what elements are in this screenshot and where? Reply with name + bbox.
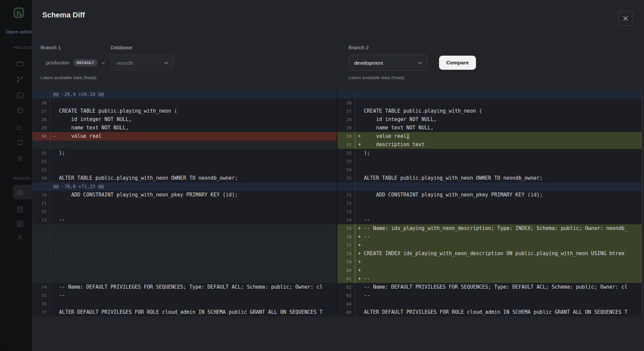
diff-row: @@ -26,9 +26,10 @@ — [33, 90, 337, 99]
diff-row: 32 ); — [337, 149, 642, 157]
diff-row — [337, 90, 642, 99]
diff-row: 26 — [337, 99, 642, 107]
diff-row: 27 CREATE TABLE public.playing_with_neon… — [337, 107, 642, 115]
tables-icon — [16, 220, 24, 228]
database-icon — [16, 206, 24, 214]
diff-row: 32 — [33, 157, 337, 166]
branches-icon — [16, 75, 24, 83]
diff-row: 85 ALTER DEFAULT PRIVILEGES FOR ROLE clo… — [337, 308, 642, 316]
branch1-label: Branch 1 — [41, 45, 61, 50]
diff-row — [33, 249, 337, 258]
page-title: Schema Diff — [42, 11, 85, 19]
diff-row: 75+ -- Name: idx_playing_with_neon_descr… — [337, 224, 642, 233]
sidebar-divider — [0, 36, 32, 36]
diff-row: 30+ value real, — [337, 132, 642, 140]
diff-row — [33, 275, 337, 283]
diff-row: 28 id integer NOT NULL, — [337, 115, 642, 124]
database-label: Database — [111, 45, 132, 50]
diff-row: 77 ALTER DEFAULT PRIVILEGES FOR ROLE clo… — [33, 308, 337, 316]
branch1-select[interactable]: production DEFAULT — [46, 55, 105, 70]
sidebar-item-roles[interactable] — [16, 233, 24, 241]
diff-row: 74 -- Name: DEFAULT PRIVILEGES FOR SEQUE… — [33, 283, 337, 291]
diff-row: 73 — [337, 208, 642, 216]
branch2-label: Branch 2 — [348, 45, 369, 50]
diff-row — [33, 241, 337, 249]
diff-row — [33, 258, 337, 266]
database-select[interactable]: neondb — [111, 55, 174, 71]
branch1-value: production — [46, 60, 69, 65]
diff-row: 34 — [337, 166, 642, 174]
open-admin-link[interactable]: Open admin — [6, 29, 32, 35]
close-icon — [622, 15, 629, 22]
sidebar-item-database[interactable] — [16, 206, 24, 214]
sidebar-item-settings[interactable] — [16, 154, 24, 162]
branch2-caption: Latest available data (head) — [348, 75, 405, 80]
compute-icon — [16, 189, 24, 197]
chevron-down-icon — [418, 60, 422, 66]
diff-row: 29 name text NOT NULL, — [337, 124, 642, 132]
default-badge: DEFAULT — [73, 59, 98, 66]
diff-row: 71 — [33, 199, 337, 208]
sidebar-section-branch: BRANCH — [13, 177, 31, 180]
diff-row — [33, 140, 337, 149]
diff-row: 74 -- — [337, 216, 642, 224]
diff-row: 26 — [33, 99, 337, 107]
diff-row: 82 -- Name: DEFAULT PRIVILEGES FOR SEQUE… — [337, 283, 642, 291]
diff-row: 28 id integer NOT NULL, — [33, 115, 337, 124]
diff-row: 84 — [337, 300, 642, 308]
diff-row: 81+ -- — [337, 275, 642, 283]
branch1-caption: Latest available data (head) — [41, 75, 97, 80]
diff-row: 70 ADD CONSTRAINT playing_with_neon_pkey… — [33, 191, 337, 199]
diff-row: 35 ALTER TABLE public.playing_with_neon … — [337, 174, 642, 182]
diff-row — [33, 233, 337, 241]
chevron-down-icon — [164, 60, 168, 66]
diff-pane-left[interactable]: @@ -26,9 +26,10 @@2627 CREATE TABLE publ… — [33, 90, 337, 316]
diff-pane-right[interactable]: 2627 CREATE TABLE public.playing_with_ne… — [337, 90, 642, 316]
sidebar-item-monitoring[interactable] — [16, 123, 24, 131]
diff-row: 75 -- — [33, 291, 337, 300]
diff-row: 27 CREATE TABLE public.playing_with_neon… — [33, 107, 337, 115]
branch2-select[interactable]: development — [348, 55, 428, 71]
diff-row: 33 — [33, 166, 337, 174]
diff-row: 31 ); — [33, 149, 337, 157]
diff-row: 80+ — [337, 266, 642, 275]
sidebar-section-project: PROJECT — [13, 46, 32, 50]
schema-diff-modal: Schema Diff Branch 1 Database Branch 2 p… — [32, 0, 644, 351]
monitoring-icon — [16, 123, 24, 131]
sidebar-item-compute[interactable] — [16, 189, 24, 197]
diff-row: 79+ — [337, 258, 642, 266]
sidebar-item-dashboard[interactable] — [16, 60, 24, 68]
roles-icon — [16, 233, 24, 241]
sidebar-item-branches[interactable] — [16, 75, 24, 83]
diff-row: 72 — [337, 199, 642, 208]
diff-row: 76+ -- — [337, 233, 642, 241]
sidebar: Open admin PROJECT BRANCH — [0, 0, 32, 351]
diff-row: 78+ CREATE INDEX idx_playing_with_neon_d… — [337, 249, 642, 258]
diff-row: 29 name text NOT NULL, — [33, 124, 337, 132]
diff-row: 76 — [33, 300, 337, 308]
diff-row: 72 — [33, 208, 337, 216]
neon-logo-icon — [13, 7, 25, 19]
diff-row — [33, 266, 337, 275]
sidebar-item-restore[interactable] — [16, 107, 24, 115]
chevron-down-icon — [101, 60, 105, 66]
sidebar-item-integrations[interactable] — [16, 138, 24, 147]
database-value: neondb — [116, 60, 133, 66]
diff-row: 31+ description text — [337, 140, 642, 149]
sidebar-item-sql-editor[interactable] — [16, 92, 24, 100]
diff-row: 71 ADD CONSTRAINT playing_with_neon_pkey… — [337, 191, 642, 199]
diff-row: 30- value real — [33, 132, 337, 140]
compare-button[interactable]: Compare — [439, 56, 476, 70]
diff-row: 73 -- — [33, 216, 337, 224]
sql-editor-icon — [16, 92, 24, 100]
diff-row: 33 — [337, 157, 642, 166]
branch2-value: development — [354, 60, 383, 66]
diff-row: 34 ALTER TABLE public.playing_with_neon … — [33, 174, 337, 182]
diff-row: 77+ — [337, 241, 642, 249]
settings-icon — [16, 154, 24, 162]
sidebar-item-tables[interactable] — [16, 220, 24, 228]
diff-row — [337, 182, 642, 191]
close-button[interactable] — [618, 11, 633, 26]
modal-header: Schema Diff — [32, 0, 644, 36]
diff-row — [33, 224, 337, 233]
